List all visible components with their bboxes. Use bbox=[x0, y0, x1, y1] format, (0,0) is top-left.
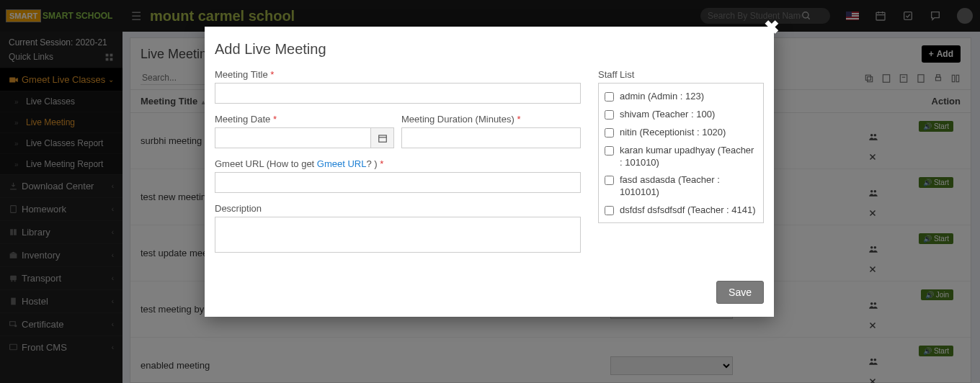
duration-label: Meeting Duration (Minutes) * bbox=[401, 114, 581, 125]
description-label: Description bbox=[215, 203, 581, 214]
staff-name: shivam (Teacher : 100) bbox=[620, 109, 715, 121]
staff-item[interactable]: admin (Admin : 123) bbox=[605, 88, 757, 106]
staff-checkbox[interactable] bbox=[605, 92, 614, 102]
staff-checkbox[interactable] bbox=[605, 206, 614, 215]
gmeet-url-help-link[interactable]: Gmeet URL bbox=[317, 158, 367, 169]
meeting-date-label: Meeting Date * bbox=[215, 114, 394, 125]
save-button[interactable]: Save bbox=[716, 281, 764, 304]
staff-name: dsfdsf dsfsdfsdf (Teacher : 4141) bbox=[620, 204, 756, 217]
staff-item[interactable]: karan kumar upadhyay (Teacher : 101010) bbox=[605, 142, 757, 172]
staff-item[interactable]: rr rr (Teacher : 4571) bbox=[605, 220, 757, 223]
staff-checkbox[interactable] bbox=[605, 110, 614, 120]
staff-item[interactable]: nitin (Receptionist : 1020) bbox=[605, 124, 757, 142]
modal-title: Add Live Meeting bbox=[205, 27, 774, 65]
gmeet-url-label: Gmeet URL (How to get Gmeet URL? ) * bbox=[215, 158, 581, 169]
staff-item[interactable]: shivam (Teacher : 100) bbox=[605, 106, 757, 124]
staff-name: karan kumar upadhyay (Teacher : 101010) bbox=[620, 145, 757, 169]
close-icon[interactable]: ✖ bbox=[764, 17, 780, 39]
description-input[interactable] bbox=[215, 217, 581, 253]
gmeet-url-input[interactable] bbox=[215, 172, 581, 193]
meeting-title-label: Meeting Title * bbox=[215, 69, 581, 80]
staff-list-label: Staff List bbox=[598, 69, 764, 80]
staff-checkbox[interactable] bbox=[605, 176, 614, 185]
staff-name: nitin (Receptionist : 1020) bbox=[620, 127, 726, 139]
staff-checkbox[interactable] bbox=[605, 146, 614, 156]
staff-name: admin (Admin : 123) bbox=[620, 91, 704, 103]
staff-name: fasd asdasda (Teacher : 1010101) bbox=[620, 174, 757, 199]
staff-list-box[interactable]: admin (Admin : 123)shivam (Teacher : 100… bbox=[598, 83, 764, 223]
meeting-title-input[interactable] bbox=[215, 83, 581, 104]
calendar-picker-icon[interactable] bbox=[371, 127, 394, 148]
duration-input[interactable] bbox=[401, 127, 581, 148]
staff-checkbox[interactable] bbox=[605, 128, 614, 138]
meeting-date-input[interactable] bbox=[215, 127, 371, 148]
staff-name: rr rr (Teacher : 4571) bbox=[620, 222, 705, 223]
staff-item[interactable]: fasd asdasda (Teacher : 1010101) bbox=[605, 171, 757, 202]
svg-rect-71 bbox=[378, 135, 386, 141]
add-live-meeting-modal: ✖ Add Live Meeting Meeting Title * Meeti… bbox=[205, 27, 774, 317]
staff-item[interactable]: dsfdsf dsfsdfsdf (Teacher : 4141) bbox=[605, 202, 757, 220]
